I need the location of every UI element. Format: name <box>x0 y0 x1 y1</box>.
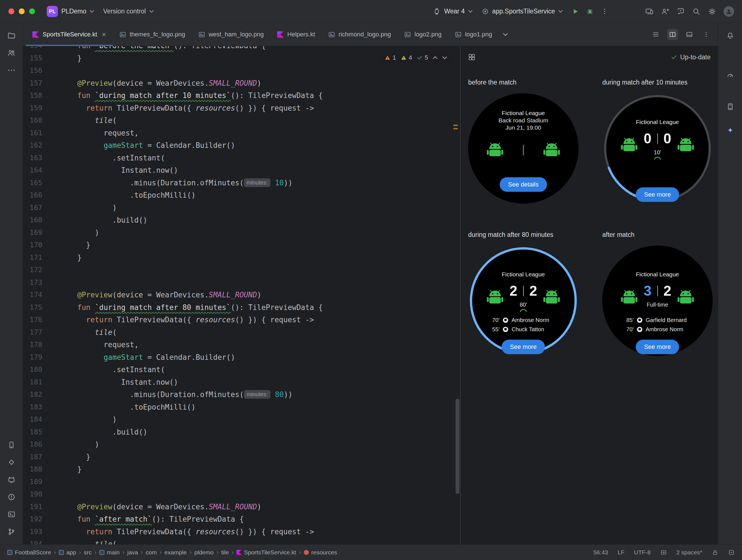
indent-style[interactable]: 2 spaces* <box>677 549 702 556</box>
line-number[interactable]: 172 <box>23 264 42 276</box>
prev-issue-chevron-icon[interactable] <box>433 56 438 59</box>
file-encoding[interactable]: UTF-8 <box>634 549 651 556</box>
run-button[interactable] <box>571 7 580 16</box>
lock-icon[interactable] <box>712 549 719 556</box>
warning-count[interactable]: 4 <box>401 54 412 61</box>
warning-stripe-mark[interactable] <box>453 128 458 130</box>
search-icon[interactable] <box>692 7 700 16</box>
tab-logo1-png[interactable]: logo1.png <box>448 23 499 46</box>
line-number[interactable]: 174 <box>23 289 42 301</box>
line-number[interactable]: 179 <box>23 351 42 364</box>
project-selector[interactable]: PL PLDemo <box>42 3 99 20</box>
project-folder-icon[interactable] <box>5 29 18 42</box>
structure-people-icon[interactable] <box>5 46 18 60</box>
strong-warning-count[interactable]: 1 <box>384 54 396 61</box>
device-selector[interactable]: Wear 4 <box>428 5 477 18</box>
line-number[interactable]: 181 <box>23 376 42 389</box>
device-manager-icon[interactable] <box>5 473 18 487</box>
tab-themes-fc-logo-png[interactable]: themes_fc_logo.png <box>113 23 192 46</box>
device-mirror-icon[interactable] <box>645 7 653 16</box>
breadcrumb-item[interactable]: java <box>127 549 138 556</box>
settings-gear-icon[interactable] <box>708 7 716 16</box>
line-number[interactable]: 169 <box>23 226 42 239</box>
editor-mode-icon[interactable] <box>660 549 667 556</box>
git-branch-icon[interactable] <box>5 525 18 539</box>
tab-helpers-kt[interactable]: Helpers.kt <box>270 23 322 46</box>
watch-tile-preview[interactable]: Fictional League32Full-time85'Garfield B… <box>602 246 712 356</box>
line-number[interactable]: 178 <box>23 339 42 351</box>
breadcrumb-item[interactable]: FootballScore <box>7 549 51 556</box>
line-number[interactable]: 170 <box>23 239 42 251</box>
line-number[interactable]: 183 <box>23 401 42 414</box>
line-number[interactable]: 165 <box>23 177 42 189</box>
line-number[interactable]: 192 <box>23 513 42 525</box>
terminal-icon[interactable] <box>5 508 18 521</box>
line-number[interactable]: 175 <box>23 301 42 314</box>
problems-icon[interactable] <box>5 490 18 504</box>
close-tab-icon[interactable]: × <box>102 31 106 38</box>
line-number[interactable]: 171 <box>23 251 42 264</box>
inspection-widget[interactable]: 1 4 5 <box>381 52 450 63</box>
line-number[interactable]: 190 <box>23 488 42 501</box>
line-number[interactable]: 164 <box>23 164 42 177</box>
build-variants-icon[interactable] <box>5 456 18 469</box>
breadcrumb-item[interactable]: example <box>164 549 187 556</box>
watch-tile-preview[interactable]: Fictional League0010'See more <box>602 93 712 204</box>
breadcrumb-item[interactable]: main <box>99 549 120 556</box>
code-with-me-icon[interactable] <box>661 7 669 16</box>
line-number[interactable]: 168 <box>23 214 42 226</box>
run-config-selector[interactable]: app.SportsTileService <box>477 5 567 18</box>
line-number[interactable]: 157 <box>23 77 42 90</box>
next-issue-chevron-icon[interactable] <box>442 56 447 59</box>
line-number[interactable]: 193 <box>23 525 42 538</box>
zoom-window-button[interactable] <box>29 8 35 14</box>
line-number[interactable]: 161 <box>23 127 42 140</box>
editor-more-icon[interactable] <box>700 29 712 40</box>
line-number[interactable]: 184 <box>23 413 42 426</box>
line-number[interactable]: 191 <box>23 501 42 513</box>
profiler-icon[interactable] <box>724 69 737 82</box>
more-tool-windows-icon[interactable] <box>5 63 18 77</box>
ai-assistant-icon[interactable] <box>677 7 685 16</box>
breadcrumb-item[interactable]: com <box>146 549 157 556</box>
watch-tile-preview[interactable]: Fictional LeagueBack road StadiumJun 21,… <box>468 93 579 204</box>
minimize-window-button[interactable] <box>19 8 24 14</box>
debug-button[interactable] <box>586 7 594 16</box>
cursor-position[interactable]: 56:43 <box>593 549 608 556</box>
line-number[interactable]: 160 <box>23 114 42 127</box>
breadcrumb-item[interactable]: SportsTileService.kt <box>236 549 296 556</box>
code-editor[interactable]: 154fun `before the match`(): TilePreview… <box>23 46 460 544</box>
notifications-widget-icon[interactable] <box>728 549 735 556</box>
line-number[interactable]: 180 <box>23 363 42 376</box>
device-explorer-icon[interactable] <box>724 100 737 113</box>
split-editor-icon[interactable] <box>667 29 678 40</box>
line-number[interactable]: 194 <box>23 538 42 544</box>
tab-sportstileservice-kt[interactable]: SportsTileService.kt × <box>26 23 113 46</box>
running-devices-icon[interactable] <box>5 438 18 452</box>
line-number[interactable]: 177 <box>23 326 42 339</box>
bottom-panel-icon[interactable] <box>684 29 695 40</box>
notifications-bell-icon[interactable] <box>724 29 737 42</box>
more-actions-icon[interactable] <box>600 7 609 16</box>
line-number[interactable]: 163 <box>23 152 42 164</box>
gemini-star-icon[interactable] <box>724 124 737 137</box>
hidden-tabs-chevron-icon[interactable] <box>499 23 512 46</box>
line-number[interactable]: 188 <box>23 463 42 476</box>
line-number[interactable]: 156 <box>23 64 42 77</box>
line-number[interactable]: 167 <box>23 202 42 214</box>
line-number[interactable]: 158 <box>23 89 42 102</box>
line-separator[interactable]: LF <box>618 549 625 556</box>
line-number[interactable]: 185 <box>23 426 42 439</box>
line-number[interactable]: 166 <box>23 189 42 202</box>
line-number[interactable]: 182 <box>23 388 42 401</box>
line-number[interactable]: 189 <box>23 476 42 488</box>
breadcrumb-item[interactable]: pldemo <box>194 549 214 556</box>
breadcrumb-item[interactable]: app <box>59 549 76 556</box>
line-number[interactable]: 176 <box>23 314 42 326</box>
vcs-menu[interactable]: Version control <box>99 5 158 18</box>
editor-scrollbar[interactable] <box>456 399 460 494</box>
breadcrumb-item[interactable]: src <box>84 549 92 556</box>
line-number[interactable]: 187 <box>23 451 42 463</box>
tab-richmond-logo-png[interactable]: richmond_logo.png <box>322 23 398 46</box>
tab-logo2-png[interactable]: logo2.png <box>398 23 448 46</box>
